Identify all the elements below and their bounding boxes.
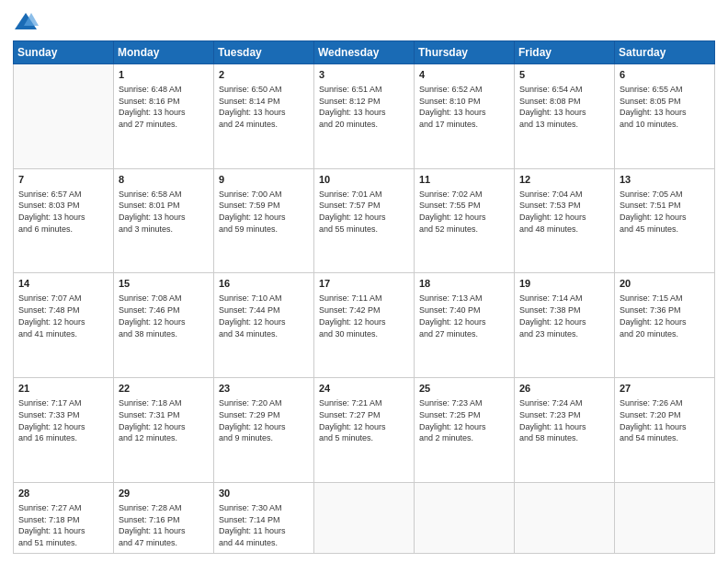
day-info: Sunrise: 7:26 AM Sunset: 7:20 PM Dayligh… [620, 398, 687, 442]
header [13, 9, 715, 35]
calendar-cell: 5Sunrise: 6:54 AM Sunset: 8:08 PM Daylig… [515, 64, 615, 169]
day-number: 3 [319, 68, 409, 82]
calendar-cell: 30Sunrise: 7:30 AM Sunset: 7:14 PM Dayli… [214, 482, 314, 553]
day-info: Sunrise: 7:28 AM Sunset: 7:16 PM Dayligh… [119, 503, 186, 547]
day-number: 11 [419, 173, 509, 187]
calendar-cell: 12Sunrise: 7:04 AM Sunset: 7:53 PM Dayli… [515, 168, 615, 273]
calendar-cell: 13Sunrise: 7:05 AM Sunset: 7:51 PM Dayli… [615, 168, 715, 273]
day-number: 8 [119, 173, 209, 187]
day-number: 12 [519, 173, 609, 187]
weekday-header-row: SundayMondayTuesdayWednesdayThursdayFrid… [14, 41, 715, 64]
calendar-table: SundayMondayTuesdayWednesdayThursdayFrid… [13, 40, 715, 554]
day-info: Sunrise: 7:04 AM Sunset: 7:53 PM Dayligh… [519, 190, 586, 234]
calendar-cell: 20Sunrise: 7:15 AM Sunset: 7:36 PM Dayli… [615, 273, 715, 378]
calendar-cell: 10Sunrise: 7:01 AM Sunset: 7:57 PM Dayli… [314, 168, 415, 273]
calendar-cell [415, 482, 515, 553]
day-number: 17 [319, 277, 409, 291]
day-info: Sunrise: 6:52 AM Sunset: 8:10 PM Dayligh… [419, 85, 486, 129]
day-number: 6 [620, 68, 710, 82]
day-info: Sunrise: 7:02 AM Sunset: 7:55 PM Dayligh… [419, 190, 486, 234]
calendar-cell: 15Sunrise: 7:08 AM Sunset: 7:46 PM Dayli… [114, 273, 214, 378]
calendar-cell: 11Sunrise: 7:02 AM Sunset: 7:55 PM Dayli… [415, 168, 515, 273]
day-number: 30 [219, 487, 309, 500]
day-number: 10 [319, 173, 409, 187]
calendar-cell: 24Sunrise: 7:21 AM Sunset: 7:27 PM Dayli… [314, 378, 415, 483]
day-number: 25 [419, 382, 509, 396]
day-number: 2 [219, 68, 309, 82]
day-number: 15 [119, 277, 209, 291]
calendar-cell [14, 64, 114, 169]
day-number: 29 [119, 487, 209, 500]
week-row-4: 28Sunrise: 7:27 AM Sunset: 7:18 PM Dayli… [14, 482, 715, 553]
calendar-cell: 3Sunrise: 6:51 AM Sunset: 8:12 PM Daylig… [314, 64, 415, 169]
day-number: 4 [419, 68, 509, 82]
calendar-cell: 22Sunrise: 7:18 AM Sunset: 7:31 PM Dayli… [114, 378, 214, 483]
day-number: 7 [18, 173, 108, 187]
day-info: Sunrise: 7:07 AM Sunset: 7:48 PM Dayligh… [18, 293, 85, 338]
calendar-cell: 16Sunrise: 7:10 AM Sunset: 7:44 PM Dayli… [214, 273, 314, 378]
day-number: 27 [620, 382, 710, 396]
day-number: 24 [319, 382, 409, 396]
week-row-1: 7Sunrise: 6:57 AM Sunset: 8:03 PM Daylig… [14, 168, 715, 273]
day-info: Sunrise: 7:23 AM Sunset: 7:25 PM Dayligh… [419, 398, 486, 442]
day-info: Sunrise: 6:48 AM Sunset: 8:16 PM Dayligh… [119, 85, 186, 129]
weekday-header-saturday: Saturday [615, 41, 715, 64]
calendar-cell: 8Sunrise: 6:58 AM Sunset: 8:01 PM Daylig… [114, 168, 214, 273]
day-info: Sunrise: 7:01 AM Sunset: 7:57 PM Dayligh… [319, 190, 386, 234]
day-info: Sunrise: 7:18 AM Sunset: 7:31 PM Dayligh… [119, 398, 186, 442]
day-number: 9 [219, 173, 309, 187]
calendar-cell: 21Sunrise: 7:17 AM Sunset: 7:33 PM Dayli… [14, 378, 114, 483]
logo [13, 9, 42, 35]
calendar-cell: 2Sunrise: 6:50 AM Sunset: 8:14 PM Daylig… [214, 64, 314, 169]
calendar-cell: 4Sunrise: 6:52 AM Sunset: 8:10 PM Daylig… [415, 64, 515, 169]
calendar-cell: 6Sunrise: 6:55 AM Sunset: 8:05 PM Daylig… [615, 64, 715, 169]
day-info: Sunrise: 7:05 AM Sunset: 7:51 PM Dayligh… [620, 190, 687, 234]
day-info: Sunrise: 7:24 AM Sunset: 7:23 PM Dayligh… [519, 398, 586, 442]
day-info: Sunrise: 7:21 AM Sunset: 7:27 PM Dayligh… [319, 398, 386, 442]
day-number: 13 [620, 173, 710, 187]
week-row-2: 14Sunrise: 7:07 AM Sunset: 7:48 PM Dayli… [14, 273, 715, 378]
day-info: Sunrise: 7:20 AM Sunset: 7:29 PM Dayligh… [219, 398, 286, 442]
day-number: 20 [620, 277, 710, 291]
day-number: 16 [219, 277, 309, 291]
day-info: Sunrise: 7:30 AM Sunset: 7:14 PM Dayligh… [219, 503, 286, 547]
day-info: Sunrise: 7:11 AM Sunset: 7:42 PM Dayligh… [319, 293, 386, 338]
weekday-header-tuesday: Tuesday [214, 41, 314, 64]
calendar-cell: 26Sunrise: 7:24 AM Sunset: 7:23 PM Dayli… [515, 378, 615, 483]
day-number: 21 [18, 382, 108, 396]
day-number: 18 [419, 277, 509, 291]
day-info: Sunrise: 6:55 AM Sunset: 8:05 PM Dayligh… [620, 85, 687, 129]
weekday-header-wednesday: Wednesday [314, 41, 415, 64]
calendar-cell [515, 482, 615, 553]
day-info: Sunrise: 6:54 AM Sunset: 8:08 PM Dayligh… [519, 85, 586, 129]
calendar-cell: 19Sunrise: 7:14 AM Sunset: 7:38 PM Dayli… [515, 273, 615, 378]
calendar-cell: 23Sunrise: 7:20 AM Sunset: 7:29 PM Dayli… [214, 378, 314, 483]
day-info: Sunrise: 7:10 AM Sunset: 7:44 PM Dayligh… [219, 293, 286, 338]
day-number: 28 [18, 487, 108, 500]
calendar-cell: 28Sunrise: 7:27 AM Sunset: 7:18 PM Dayli… [14, 482, 114, 553]
weekday-header-thursday: Thursday [415, 41, 515, 64]
day-number: 14 [18, 277, 108, 291]
week-row-0: 1Sunrise: 6:48 AM Sunset: 8:16 PM Daylig… [14, 64, 715, 169]
day-info: Sunrise: 6:50 AM Sunset: 8:14 PM Dayligh… [219, 85, 286, 129]
calendar-cell: 29Sunrise: 7:28 AM Sunset: 7:16 PM Dayli… [114, 482, 214, 553]
day-info: Sunrise: 7:13 AM Sunset: 7:40 PM Dayligh… [419, 293, 486, 338]
day-number: 23 [219, 382, 309, 396]
calendar-cell: 25Sunrise: 7:23 AM Sunset: 7:25 PM Dayli… [415, 378, 515, 483]
calendar-cell: 7Sunrise: 6:57 AM Sunset: 8:03 PM Daylig… [14, 168, 114, 273]
calendar-cell [314, 482, 415, 553]
calendar-cell [615, 482, 715, 553]
calendar-cell: 17Sunrise: 7:11 AM Sunset: 7:42 PM Dayli… [314, 273, 415, 378]
day-info: Sunrise: 6:51 AM Sunset: 8:12 PM Dayligh… [319, 85, 386, 129]
day-info: Sunrise: 7:14 AM Sunset: 7:38 PM Dayligh… [519, 293, 586, 338]
calendar-cell: 27Sunrise: 7:26 AM Sunset: 7:20 PM Dayli… [615, 378, 715, 483]
day-info: Sunrise: 7:17 AM Sunset: 7:33 PM Dayligh… [18, 398, 85, 442]
logo-icon [13, 9, 39, 35]
calendar-cell: 18Sunrise: 7:13 AM Sunset: 7:40 PM Dayli… [415, 273, 515, 378]
day-number: 22 [119, 382, 209, 396]
weekday-header-friday: Friday [515, 41, 615, 64]
day-info: Sunrise: 7:27 AM Sunset: 7:18 PM Dayligh… [18, 503, 85, 547]
day-info: Sunrise: 7:00 AM Sunset: 7:59 PM Dayligh… [219, 190, 286, 234]
day-info: Sunrise: 7:08 AM Sunset: 7:46 PM Dayligh… [119, 293, 186, 338]
page: SundayMondayTuesdayWednesdayThursdayFrid… [0, 0, 728, 563]
